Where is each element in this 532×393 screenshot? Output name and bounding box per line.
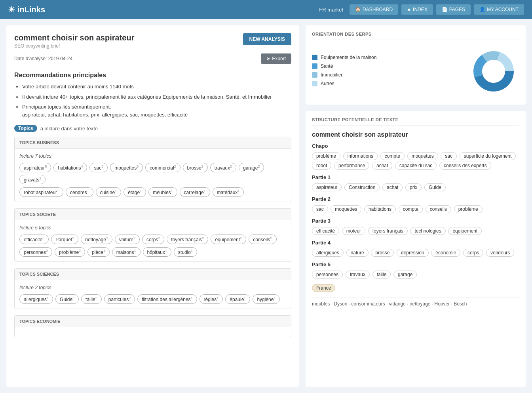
tag[interactable]: brosse — [371, 249, 394, 257]
tag[interactable]: personnes2 — [19, 247, 52, 257]
tag[interactable]: Guide — [424, 183, 446, 191]
tag[interactable]: efficacité — [312, 227, 339, 235]
tag[interactable]: nettoyage2 — [81, 235, 112, 244]
tag[interactable]: cendres1 — [66, 187, 93, 197]
legend-color-3 — [312, 81, 317, 86]
tag[interactable]: carrelage1 — [180, 187, 210, 197]
tag[interactable]: technologies — [410, 227, 445, 235]
tag[interactable]: moquettes — [331, 205, 361, 213]
tag[interactable]: moteur — [342, 227, 365, 235]
tag[interactable]: sac — [312, 205, 328, 213]
tag[interactable]: conseils2 — [249, 235, 276, 244]
tag[interactable]: Construction — [344, 183, 380, 191]
tag[interactable]: conseils des experts — [439, 162, 491, 170]
tag[interactable]: compte — [399, 205, 423, 213]
tag[interactable]: Parquet2 — [51, 235, 78, 244]
tag[interactable]: sac3 — [89, 163, 108, 172]
tag[interactable]: robot aspirateur1 — [19, 187, 63, 197]
tag[interactable]: problème2 — [55, 247, 85, 257]
tag[interactable]: maisons1 — [112, 247, 141, 257]
france-tag[interactable]: France — [312, 284, 335, 292]
tag[interactable]: hygiène1 — [253, 294, 280, 304]
tag[interactable]: problème — [454, 205, 483, 213]
export-button[interactable]: ➤ Export — [261, 53, 291, 64]
index-button[interactable]: ★ INDEX — [401, 4, 433, 15]
tag[interactable]: dépression — [397, 249, 429, 257]
tag[interactable]: taille2 — [81, 294, 102, 304]
tag[interactable]: aspirateur5 — [19, 163, 51, 172]
tag[interactable]: travaux — [346, 271, 370, 279]
sun-icon: ☀ — [8, 5, 15, 14]
date-label: Date d'analyse: 2019-04-24 — [14, 56, 72, 61]
tag[interactable]: brosse2 — [183, 163, 208, 172]
tag[interactable]: étage1 — [124, 187, 146, 197]
tag[interactable]: habitations — [364, 205, 396, 213]
tag[interactable]: gravats1 — [19, 175, 46, 184]
tag[interactable]: matériaux1 — [213, 187, 244, 197]
tag[interactable]: allergiques1 — [19, 294, 53, 304]
tag[interactable]: épaule1 — [225, 294, 250, 304]
partie3-label: Partie 3 — [312, 218, 519, 224]
tag[interactable]: travaux2 — [210, 163, 236, 172]
tag[interactable]: efficacité3 — [19, 235, 49, 244]
tag[interactable]: taille — [372, 271, 391, 279]
tag[interactable]: foyers français2 — [167, 235, 208, 244]
tag[interactable]: particules2 — [104, 294, 135, 304]
tag[interactable]: foyers français — [368, 227, 408, 235]
new-analysis-button[interactable]: NEW ANALYSIS — [243, 33, 291, 45]
legend-label-3: Autres — [321, 81, 334, 86]
tag[interactable]: voiture2 — [115, 235, 140, 244]
tag[interactable]: aspirateur — [312, 183, 342, 191]
tag[interactable]: prix — [405, 183, 422, 191]
tag[interactable]: sac — [441, 152, 457, 160]
tag[interactable]: pièce1 — [87, 247, 110, 257]
pages-button[interactable]: 📄 PAGES — [436, 4, 471, 15]
tag[interactable]: hôpitaux1 — [143, 247, 171, 257]
list-item: Votre article devrait contenir au moins … — [22, 83, 291, 91]
tag[interactable]: achat — [382, 183, 403, 191]
tags-row-societe-2: personnes2 problème2 pièce1 maisons1 hôp… — [19, 247, 286, 257]
tag[interactable]: filtration des allergènes1 — [137, 294, 197, 304]
legend-item-3: Autres — [312, 81, 460, 86]
tag[interactable]: performance — [334, 162, 369, 170]
logo-text: inLinks — [17, 5, 45, 14]
partie1-label: Partie 1 — [312, 174, 519, 180]
tag[interactable]: moquettes — [407, 152, 438, 160]
tag[interactable]: garage2 — [239, 163, 264, 172]
footer-topics: meubles · Dyson · consommateurs · vidang… — [312, 298, 519, 307]
tag[interactable]: robot — [312, 162, 331, 170]
tag[interactable]: superficie du logement — [460, 152, 516, 160]
tag[interactable]: moquettes3 — [110, 163, 143, 172]
dashboard-button[interactable]: 🏠 DASHBOARD — [350, 4, 398, 15]
tag[interactable]: meubles1 — [148, 187, 177, 197]
tag[interactable]: problème — [312, 152, 340, 160]
tag[interactable]: studio1 — [174, 247, 197, 257]
tags-row-sciences: allergiques1 Guide2 taille2 particules2 … — [19, 294, 286, 304]
tag[interactable]: compte — [380, 152, 405, 160]
tag[interactable]: économie — [431, 249, 460, 257]
tag[interactable]: informations — [343, 152, 378, 160]
tag[interactable]: personnes — [312, 271, 343, 279]
tag[interactable]: garage — [393, 271, 417, 279]
tag[interactable]: Guide2 — [55, 294, 79, 304]
topics-economie-header: TOPICS ECONOMIE — [15, 316, 291, 327]
tag[interactable]: règles1 — [200, 294, 223, 304]
tag[interactable]: corps2 — [142, 235, 164, 244]
tag[interactable]: équipement — [448, 227, 482, 235]
tag[interactable]: commercial2 — [145, 163, 180, 172]
tag[interactable]: équipement2 — [211, 235, 246, 244]
tag[interactable]: conseils — [426, 205, 451, 213]
tag[interactable]: vendeurs — [486, 249, 514, 257]
tag[interactable]: capacité du sac — [395, 162, 437, 170]
topics-sciences-section: TOPICS SCIENCES Inclure 2 topics allergi… — [14, 268, 291, 309]
tag[interactable]: corps — [463, 249, 483, 257]
topics-societe-header: TOPICS SOCIETE — [15, 209, 291, 220]
tag[interactable]: nature — [346, 249, 369, 257]
tag[interactable]: habitations4 — [53, 163, 87, 172]
tag[interactable]: achat — [372, 162, 392, 170]
my-account-button[interactable]: 👤 MY ACCOUNT — [474, 4, 524, 15]
partie5-tags: personnes travaux taille garage — [312, 270, 519, 279]
header-nav: 🏠 DASHBOARD ★ INDEX 📄 PAGES 👤 MY ACCOUNT — [350, 4, 524, 15]
tag[interactable]: allergiques — [312, 249, 344, 257]
tag[interactable]: cuisine1 — [96, 187, 121, 197]
